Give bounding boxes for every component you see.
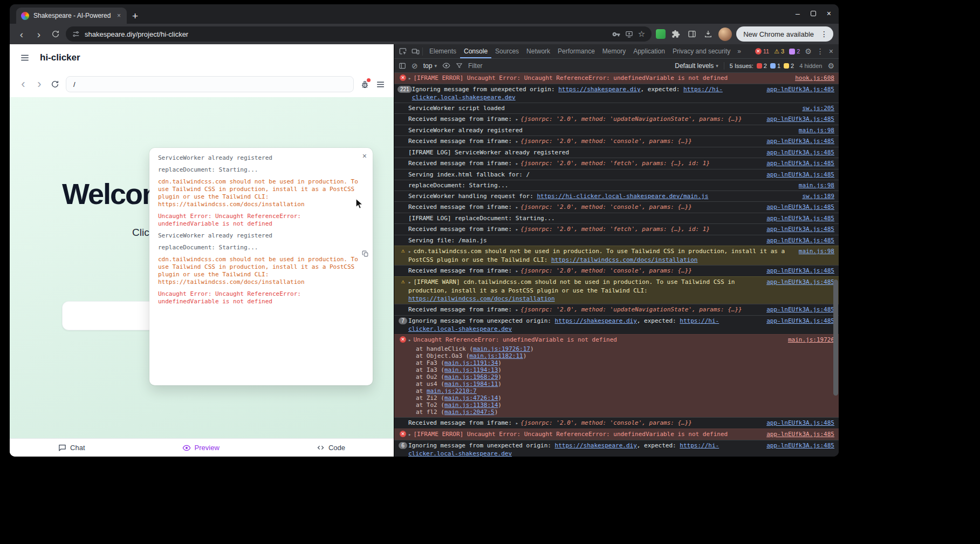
source-link[interactable]: main.js:98: [799, 181, 834, 189]
devtools-tab-performance[interactable]: Performance: [554, 44, 599, 58]
console-filter-input[interactable]: Filter: [468, 62, 669, 70]
error-count-badge[interactable]: ✕11: [755, 48, 769, 55]
source-link[interactable]: app-lnEUfk3A.js:485: [766, 115, 834, 123]
source-link[interactable]: app-lnEUfk3A.js:485: [766, 85, 834, 93]
stack-link[interactable]: main.js:1194:13: [444, 366, 498, 373]
debug-bug-button[interactable]: [360, 80, 369, 89]
devtools-tab-console[interactable]: Console: [460, 44, 491, 58]
window-close-button[interactable]: ×: [827, 9, 831, 18]
install-app-icon[interactable]: [625, 30, 633, 38]
expand-caret-icon[interactable]: ▸: [408, 76, 411, 81]
password-key-icon[interactable]: [612, 30, 620, 38]
console-sidebar-icon[interactable]: [399, 62, 406, 70]
app-menu-icon[interactable]: [20, 53, 30, 63]
preview-tab-button[interactable]: Preview: [182, 444, 220, 452]
expand-caret-icon[interactable]: ▸: [408, 280, 411, 285]
stack-link[interactable]: main.js:1968:29: [444, 373, 498, 380]
preview-back-button[interactable]: ‹: [18, 78, 28, 90]
stack-link[interactable]: main.js:19726:17: [473, 345, 530, 352]
address-bar[interactable]: shakespeare.diy/project/hi-clicker ☆: [66, 26, 652, 42]
extension-green-icon[interactable]: [656, 29, 666, 39]
source-link[interactable]: app-lnEUfk3A.js:485: [766, 441, 834, 450]
console-link[interactable]: https://tailwindcss.com/docs/installatio…: [551, 256, 698, 263]
preview-refresh-button[interactable]: [51, 80, 59, 89]
expand-caret-icon[interactable]: ▸: [516, 268, 518, 274]
source-link[interactable]: app-lnEUfk3A.js:485: [766, 148, 834, 157]
source-link[interactable]: app-lnEUfk3A.js:485: [766, 267, 834, 275]
chrome-update-button[interactable]: New Chrome available ⋮: [736, 26, 833, 42]
downloads-icon[interactable]: [702, 30, 714, 38]
expand-caret-icon[interactable]: ▸: [516, 161, 518, 166]
inspect-element-icon[interactable]: [399, 47, 407, 56]
console-scrollbar[interactable]: [833, 280, 838, 396]
devtools-tab-memory[interactable]: Memory: [599, 44, 629, 58]
stack-link[interactable]: main.js:2047:5: [444, 409, 495, 416]
console-link[interactable]: https://hi-clicker.local-shakespeare.dev…: [537, 193, 708, 200]
expand-caret-icon[interactable]: ▸: [516, 139, 518, 144]
expand-caret-icon[interactable]: ▸: [408, 249, 411, 254]
issue-chip[interactable]: 2: [784, 63, 794, 69]
issues-summary[interactable]: 5 Issues: 212: [730, 63, 794, 69]
bookmark-star-icon[interactable]: ☆: [638, 29, 645, 39]
stack-link[interactable]: main.js:1191:34: [444, 359, 498, 366]
minimize-button[interactable]: –: [796, 9, 800, 18]
tab-close-icon[interactable]: ×: [116, 12, 122, 19]
browser-menu-kebab-icon[interactable]: ⋮: [818, 30, 830, 38]
site-info-icon[interactable]: [72, 30, 80, 38]
new-tab-button[interactable]: +: [132, 11, 138, 21]
issue-chip[interactable]: 2: [757, 63, 767, 69]
devtools-tab-sources[interactable]: Sources: [491, 44, 523, 58]
browser-tab[interactable]: Shakespeare - AI-Powered N... ×: [16, 8, 127, 24]
source-link[interactable]: main.js:98: [799, 126, 834, 134]
stack-link[interactable]: main.js:4726:14: [444, 395, 498, 402]
source-link[interactable]: sw.js:189: [802, 192, 834, 200]
devtools-menu-icon[interactable]: ⋮: [817, 47, 824, 56]
overlay-close-icon[interactable]: ×: [362, 152, 367, 160]
console-settings-icon[interactable]: ⚙: [827, 62, 834, 70]
devtools-tab-application[interactable]: Application: [629, 44, 669, 58]
source-link[interactable]: app-lnEUfk3A.js:485: [766, 203, 834, 211]
expand-caret-icon[interactable]: ▸: [516, 205, 518, 210]
devtools-close-icon[interactable]: ×: [829, 47, 833, 56]
message-count-badge[interactable]: 2: [789, 48, 800, 55]
code-tab-button[interactable]: Code: [317, 444, 345, 452]
expand-caret-icon[interactable]: ▸: [408, 432, 411, 437]
stack-link[interactable]: main.js:1182:11: [469, 352, 523, 359]
preview-more-menu-icon[interactable]: [376, 80, 385, 89]
stack-link[interactable]: main.js:2210:7: [427, 387, 477, 395]
source-link[interactable]: app-lnEUfk3A.js:485: [766, 419, 834, 427]
preview-forward-button[interactable]: ›: [35, 78, 44, 90]
browser-back-button[interactable]: ‹: [15, 29, 28, 39]
console-link[interactable]: https://tailwindcss.com/docs/installatio…: [408, 295, 555, 302]
browser-reload-button[interactable]: [50, 30, 61, 38]
console-link[interactable]: https://shakespeare.diy: [555, 317, 637, 324]
source-link[interactable]: sw.js:205: [802, 104, 834, 112]
source-link[interactable]: app-lnEUfk3A.js:485: [766, 214, 834, 222]
side-panel-icon[interactable]: [686, 30, 698, 38]
source-link[interactable]: app-lnEUfk3A.js:485: [766, 236, 834, 244]
warning-count-badge[interactable]: ⚠3: [774, 48, 784, 55]
source-link[interactable]: main.js:98: [799, 247, 834, 255]
devtools-settings-icon[interactable]: ⚙: [805, 47, 812, 56]
clear-console-icon[interactable]: ⊘: [412, 62, 418, 70]
source-link[interactable]: app-lnEUfk3A.js:485: [766, 137, 834, 145]
copy-icon[interactable]: [362, 250, 369, 257]
browser-forward-button[interactable]: ›: [32, 29, 45, 39]
source-link[interactable]: hook.js:608: [795, 74, 834, 82]
stack-link[interactable]: main.js:1984:11: [444, 380, 498, 387]
source-link[interactable]: app-lnEUfk3A.js:485: [766, 317, 834, 325]
expand-caret-icon[interactable]: ▸: [516, 227, 518, 232]
stack-link[interactable]: main.js:1138:14: [444, 402, 498, 409]
maximize-button[interactable]: [811, 11, 816, 16]
chat-tab-button[interactable]: Chat: [58, 444, 85, 452]
devtools-tab-elements[interactable]: Elements: [426, 44, 460, 58]
issue-chip[interactable]: 1: [770, 63, 780, 69]
expand-caret-icon[interactable]: ▸: [516, 420, 518, 426]
devtools-tab-network[interactable]: Network: [523, 44, 554, 58]
context-selector[interactable]: top▾: [423, 62, 437, 70]
console-link[interactable]: https://shakespeare.diy: [555, 442, 637, 449]
devtools-tab-privacy-and-security[interactable]: Privacy and security: [669, 44, 734, 58]
source-link[interactable]: main.js:19726: [788, 336, 834, 344]
preview-url-input[interactable]: /: [66, 76, 354, 92]
more-tabs-icon[interactable]: »: [735, 47, 743, 55]
